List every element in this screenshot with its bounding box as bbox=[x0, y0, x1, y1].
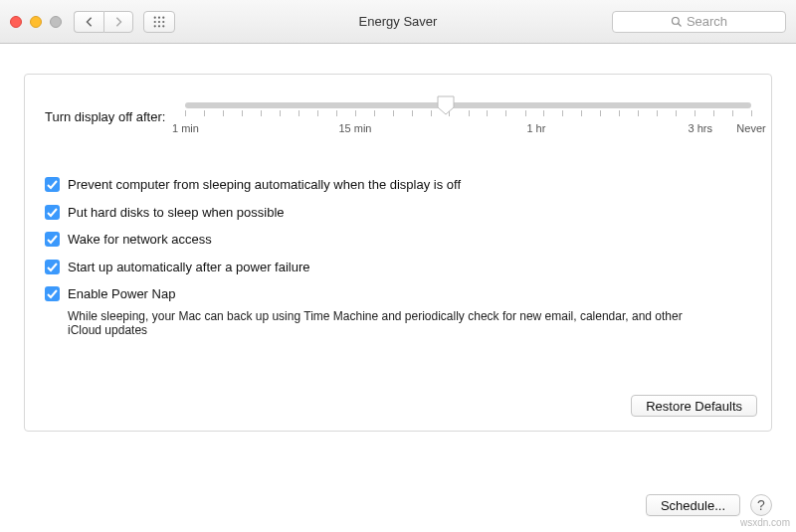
svg-point-0 bbox=[154, 16, 156, 18]
startup-power-fail-checkbox[interactable] bbox=[45, 260, 60, 274]
svg-point-6 bbox=[154, 25, 156, 27]
nav-buttons bbox=[74, 11, 133, 33]
svg-point-8 bbox=[162, 25, 164, 27]
content-area: Turn display off after: bbox=[0, 44, 796, 482]
prevent-sleep-checkbox[interactable] bbox=[45, 177, 60, 192]
tick-label-1min: 1 min bbox=[172, 122, 199, 134]
checkbox-list: Prevent computer from sleeping automatic… bbox=[45, 176, 751, 337]
check-icon bbox=[45, 232, 60, 247]
slider-ticks bbox=[185, 110, 751, 118]
back-button[interactable] bbox=[74, 11, 103, 33]
watermark: wsxdn.com bbox=[740, 517, 790, 528]
wake-network-checkbox[interactable] bbox=[45, 232, 60, 247]
restore-defaults-button[interactable]: Restore Defaults bbox=[631, 395, 757, 417]
svg-point-4 bbox=[158, 20, 160, 22]
schedule-button[interactable]: Schedule... bbox=[646, 494, 740, 516]
tick-label-3hrs: 3 hrs bbox=[689, 122, 712, 134]
search-placeholder: Search bbox=[687, 14, 727, 29]
power-nap-note: While sleeping, your Mac can back up usi… bbox=[68, 309, 704, 337]
tick-label-never: Never bbox=[736, 122, 765, 134]
settings-panel: Turn display off after: bbox=[24, 74, 772, 432]
hard-disks-label: Put hard disks to sleep when possible bbox=[68, 204, 285, 222]
check-icon bbox=[45, 205, 60, 220]
slider-tick-labels: 1 min 15 min 1 hr 3 hrs Never bbox=[185, 122, 751, 136]
wake-network-row: Wake for network access bbox=[45, 231, 751, 249]
bottom-bar: Schedule... ? bbox=[0, 482, 796, 532]
chevron-right-icon bbox=[113, 17, 123, 27]
svg-line-10 bbox=[678, 23, 681, 26]
energy-saver-window: Energy Saver Search Turn display off aft… bbox=[0, 0, 796, 532]
svg-point-2 bbox=[162, 16, 164, 18]
titlebar: Energy Saver Search bbox=[0, 0, 796, 44]
close-icon[interactable] bbox=[10, 16, 22, 28]
svg-point-5 bbox=[162, 20, 164, 22]
forward-button[interactable] bbox=[103, 11, 133, 33]
display-sleep-slider[interactable]: 1 min 15 min 1 hr 3 hrs Never bbox=[185, 96, 751, 136]
startup-power-fail-row: Start up automatically after a power fai… bbox=[45, 259, 751, 276]
check-icon bbox=[45, 260, 60, 274]
svg-point-3 bbox=[154, 20, 156, 22]
slider-track bbox=[185, 102, 751, 108]
help-button[interactable]: ? bbox=[750, 494, 772, 516]
power-nap-label: Enable Power Nap bbox=[68, 285, 175, 303]
grid-icon bbox=[153, 16, 165, 28]
svg-point-7 bbox=[158, 25, 160, 27]
window-title: Energy Saver bbox=[359, 14, 438, 29]
check-icon bbox=[45, 286, 60, 301]
show-all-button[interactable] bbox=[143, 11, 175, 33]
check-icon bbox=[45, 177, 60, 192]
wake-network-label: Wake for network access bbox=[68, 231, 212, 249]
display-sleep-slider-row: Turn display off after: bbox=[45, 96, 751, 136]
svg-point-1 bbox=[158, 16, 160, 18]
minimize-icon[interactable] bbox=[30, 16, 42, 28]
svg-point-9 bbox=[672, 17, 679, 24]
hard-disks-checkbox[interactable] bbox=[45, 205, 60, 220]
search-input[interactable]: Search bbox=[612, 11, 786, 33]
prevent-sleep-row: Prevent computer from sleeping automatic… bbox=[45, 176, 751, 194]
power-nap-checkbox[interactable] bbox=[45, 286, 60, 301]
search-icon bbox=[671, 16, 683, 28]
traffic-lights bbox=[10, 16, 62, 28]
chevron-left-icon bbox=[85, 17, 95, 27]
display-sleep-label: Turn display off after: bbox=[45, 109, 165, 124]
zoom-icon bbox=[50, 16, 62, 28]
power-nap-row: Enable Power Nap bbox=[45, 285, 751, 303]
startup-power-fail-label: Start up automatically after a power fai… bbox=[68, 259, 310, 276]
prevent-sleep-label: Prevent computer from sleeping automatic… bbox=[68, 176, 461, 194]
tick-label-1hr: 1 hr bbox=[526, 122, 545, 134]
slider-thumb[interactable] bbox=[437, 95, 455, 115]
tick-label-15min: 15 min bbox=[338, 122, 371, 134]
hard-disks-row: Put hard disks to sleep when possible bbox=[45, 204, 751, 222]
